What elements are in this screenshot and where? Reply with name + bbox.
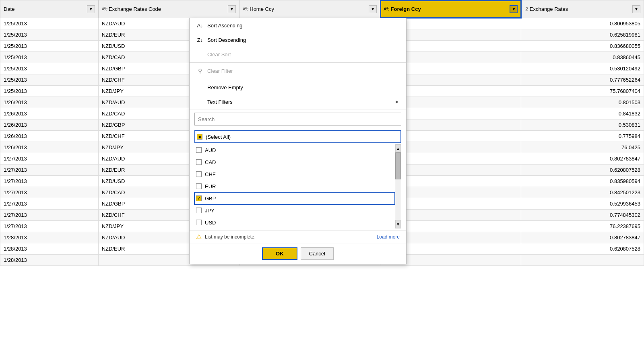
home-ccy-filter-dropdown[interactable]: ▼ (369, 5, 377, 13)
clear-sort-icon (196, 50, 204, 58)
scroll-up-button[interactable]: ▲ (395, 144, 401, 152)
cell-rate: 0.836680055 (521, 41, 644, 52)
cell-date: 1/28/2013 (0, 243, 99, 255)
cell-date: 1/25/2013 (0, 41, 99, 52)
scroll-thumb[interactable] (395, 152, 401, 179)
filter-checkbox[interactable] (196, 171, 202, 177)
cell-rate: 0.83860445 (521, 52, 644, 63)
filter-checkbox[interactable] (196, 208, 202, 213)
cell-date: 1/26/2013 (0, 142, 99, 153)
cell-rate: 0.842501223 (521, 187, 644, 198)
col-header-foreign-ccy: ABc Foreign Ccy ▼ (380, 0, 521, 18)
text-filters-icon (196, 98, 204, 106)
text-filters-item[interactable]: Text Filters ► (190, 95, 406, 109)
cell-rate: 0.775984 (521, 131, 644, 142)
select-all-checkbox[interactable]: ■ (197, 134, 202, 140)
filter-checkbox[interactable] (196, 183, 202, 189)
clear-filter-icon: ⚲ (196, 67, 204, 75)
filter-item[interactable]: EUR (194, 180, 395, 192)
filter-item-label: GBP (205, 195, 216, 202)
cell-rate: 0.774845302 (521, 210, 644, 221)
home-ccy-type-icon: ABc (243, 6, 248, 11)
sort-descending-label: Sort Descending (207, 37, 400, 43)
foreign-ccy-label: Foreign Ccy (391, 6, 421, 12)
search-section (190, 109, 406, 129)
cell-rate (521, 255, 644, 266)
warning-row: ⚠ List may be incomplete. Load more (190, 230, 406, 243)
foreign-ccy-filter-dropdown[interactable]: ▼ (510, 5, 518, 13)
filter-item[interactable]: CHF (194, 168, 395, 180)
exchange-rates-filter-dropdown[interactable]: ▼ (632, 5, 640, 13)
cell-rate: 75.76807404 (521, 86, 644, 97)
filter-scrollbar[interactable]: ▲ ▼ (395, 144, 401, 228)
ok-button[interactable]: OK (262, 247, 297, 260)
filter-list-container: ■ (Select All) AUDCADCHFEUR✓GBPJPYUSD ▲ … (190, 129, 406, 230)
cell-date: 1/25/2013 (0, 86, 99, 97)
cell-rate: 0.530831 (521, 119, 644, 131)
cell-rate: 0.620807528 (521, 243, 644, 255)
date-col-label: Date (4, 6, 14, 12)
filter-item-label: EUR (205, 183, 216, 189)
cell-rate: 0.802783847 (521, 153, 644, 165)
cell-rate: 0.620807528 (521, 165, 644, 176)
filter-item[interactable]: AUD (194, 144, 395, 156)
cell-date: 1/25/2013 (0, 18, 99, 29)
cell-date: 1/27/2013 (0, 153, 99, 165)
scroll-down-button[interactable]: ▼ (395, 220, 401, 228)
filter-checkbox[interactable] (196, 159, 202, 165)
text-filters-arrow-icon: ► (395, 99, 400, 105)
exchange-rates-label: Exchange Rates (530, 6, 568, 12)
cell-date: 1/27/2013 (0, 165, 99, 176)
filter-checkbox[interactable]: ✓ (196, 195, 202, 201)
exchange-rates-code-label: Exchange Rates Code (109, 6, 161, 12)
clear-sort-item[interactable]: Clear Sort (190, 47, 406, 62)
cell-rate: 0.800953805 (521, 18, 644, 29)
cell-date: 1/27/2013 (0, 221, 99, 232)
filter-item-label: USD (205, 220, 216, 226)
cell-date: 1/28/2013 (0, 255, 99, 266)
cell-date: 1/25/2013 (0, 74, 99, 86)
menu-separator-1 (190, 62, 406, 63)
filter-item-label: AUD (205, 147, 216, 153)
filter-item-label: CAD (205, 159, 216, 165)
exchange-rates-code-filter-dropdown[interactable]: ▼ (228, 5, 236, 13)
cell-date: 1/27/2013 (0, 176, 99, 187)
filter-item[interactable]: JPY (194, 204, 395, 216)
clear-filter-item[interactable]: ⚲ Clear Filter (190, 64, 406, 78)
filter-item-label: JPY (205, 208, 215, 214)
sort-ascending-label: Sort Ascending (207, 23, 400, 29)
cell-date: 1/26/2013 (0, 108, 99, 119)
cell-rate: 76.22387695 (521, 221, 644, 232)
sort-descending-item[interactable]: Z↓ Sort Descending (190, 33, 406, 47)
cell-rate: 0.777652264 (521, 74, 644, 86)
cell-date: 1/25/2013 (0, 52, 99, 63)
text-filters-label: Text Filters (207, 99, 392, 105)
load-more-link[interactable]: Load more (377, 234, 400, 240)
remove-empty-item[interactable]: Remove Empty (190, 80, 406, 95)
cancel-button[interactable]: Cancel (301, 247, 334, 260)
scroll-track (395, 152, 401, 220)
cell-rate: 0.625819981 (521, 29, 644, 41)
text-type-icon: ABc (102, 6, 107, 11)
date-filter-dropdown[interactable]: ▼ (87, 5, 95, 13)
cell-date: 1/27/2013 (0, 187, 99, 198)
cell-date: 1/26/2013 (0, 97, 99, 108)
col-header-exchange-rates: .2 Exchange Rates ▼ (521, 0, 644, 18)
cell-rate: 0.835980594 (521, 176, 644, 187)
filter-checkbox[interactable] (196, 220, 202, 225)
filter-item[interactable]: USD (194, 216, 395, 228)
clear-sort-label: Clear Sort (207, 51, 400, 58)
cell-date: 1/27/2013 (0, 198, 99, 210)
cell-rate: 0.530120492 (521, 63, 644, 74)
foreign-ccy-type-icon: ABc (384, 6, 389, 11)
search-input[interactable] (194, 113, 401, 125)
filter-item[interactable]: ✓GBP (194, 192, 395, 204)
sort-ascending-item[interactable]: A↓ Sort Ascending (190, 18, 406, 33)
col-header-date: Date ▼ (0, 0, 99, 18)
select-all-item[interactable]: ■ (Select All) (194, 130, 401, 143)
filter-checkbox[interactable] (196, 147, 202, 153)
home-ccy-label: Home Ccy (250, 6, 274, 12)
filter-item[interactable]: CAD (194, 156, 395, 168)
filter-item-label: CHF (205, 171, 216, 177)
cell-rate: 0.802783847 (521, 232, 644, 243)
